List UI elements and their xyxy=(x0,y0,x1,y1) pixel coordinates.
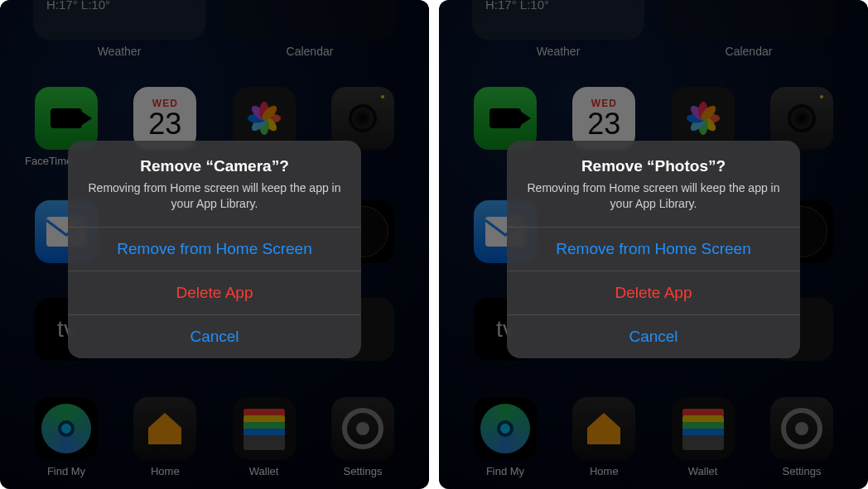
findmy-icon xyxy=(35,397,98,460)
weather-temps: H:17° L:10° xyxy=(485,0,631,12)
weather-widget-label: Weather xyxy=(472,45,644,58)
calendar-widget[interactable] xyxy=(663,0,835,40)
remove-app-sheet: Remove “Photos”? Removing from Home scre… xyxy=(507,141,800,358)
home-icon xyxy=(133,397,196,460)
wallet-icon xyxy=(672,397,735,460)
remove-app-sheet: Remove “Camera”? Removing from Home scre… xyxy=(68,141,361,358)
settings-gear-icon xyxy=(770,397,833,460)
settings-gear-icon xyxy=(331,397,394,460)
app-wallet[interactable]: Wallet xyxy=(662,397,745,477)
calendar-widget[interactable] xyxy=(224,0,396,40)
cancel-button[interactable]: Cancel xyxy=(68,314,361,358)
app-findmy[interactable]: Find My xyxy=(25,397,108,477)
app-home[interactable]: Home xyxy=(123,397,206,477)
app-findmy[interactable]: Find My xyxy=(464,397,547,477)
app-home[interactable]: Home xyxy=(562,397,645,477)
remove-from-home-button[interactable]: Remove from Home Screen xyxy=(507,227,800,271)
home-icon xyxy=(572,397,635,460)
sheet-title: Remove “Photos”? xyxy=(527,157,780,175)
home-screen-panel: Clear H:17° L:10° Weather Calendar WED 2… xyxy=(439,0,868,489)
wallet-icon xyxy=(233,397,296,460)
sheet-title: Remove “Camera”? xyxy=(88,157,341,175)
app-settings[interactable]: Settings xyxy=(760,397,843,477)
app-settings[interactable]: Settings xyxy=(321,397,404,477)
weather-widget-label: Weather xyxy=(33,45,205,58)
delete-app-button[interactable]: Delete App xyxy=(507,271,800,314)
home-screen-panel: Clear H:17° L:10° Weather Calendar FaceT… xyxy=(0,0,429,489)
weather-widget[interactable]: Clear H:17° L:10° xyxy=(33,0,205,40)
weather-temps: H:17° L:10° xyxy=(46,0,192,12)
calendar-widget-label: Calendar xyxy=(224,45,396,58)
app-wallet[interactable]: Wallet xyxy=(223,397,306,477)
calendar-widget-label: Calendar xyxy=(663,45,835,58)
remove-from-home-button[interactable]: Remove from Home Screen xyxy=(68,227,361,271)
findmy-icon xyxy=(474,397,537,460)
cancel-button[interactable]: Cancel xyxy=(507,314,800,358)
delete-app-button[interactable]: Delete App xyxy=(68,271,361,314)
sheet-message: Removing from Home screen will keep the … xyxy=(88,180,341,212)
sheet-message: Removing from Home screen will keep the … xyxy=(527,180,780,212)
weather-widget[interactable]: Clear H:17° L:10° xyxy=(472,0,644,40)
svg-point-21 xyxy=(795,422,808,435)
svg-point-10 xyxy=(356,422,369,435)
